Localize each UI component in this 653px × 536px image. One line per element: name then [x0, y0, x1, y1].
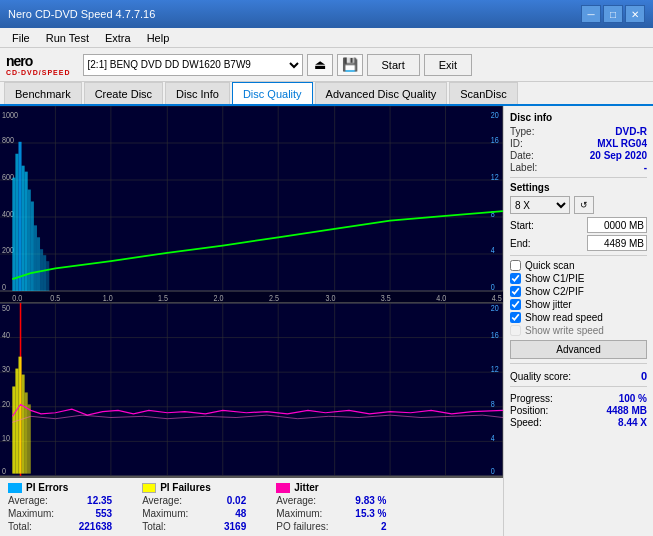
svg-rect-41 — [22, 166, 25, 291]
svg-rect-40 — [18, 142, 21, 291]
menu-file[interactable]: File — [4, 30, 38, 46]
show-read-speed-row: Show read speed — [510, 312, 647, 323]
divider-1 — [510, 177, 647, 178]
pi-errors-color-box — [8, 483, 22, 493]
svg-rect-42 — [25, 172, 28, 291]
svg-rect-81 — [18, 357, 21, 474]
divider-4 — [510, 386, 647, 387]
svg-text:4.5: 4.5 — [492, 293, 502, 303]
svg-text:10: 10 — [2, 434, 11, 444]
speed-row: 8 X ↺ — [510, 196, 647, 214]
show-jitter-checkbox[interactable] — [510, 299, 521, 310]
charts-container: 0 200 400 600 800 1000 0 4 8 12 16 20 0.… — [0, 106, 503, 476]
svg-text:0: 0 — [491, 466, 496, 476]
svg-text:20: 20 — [2, 399, 11, 409]
svg-text:12: 12 — [491, 172, 499, 182]
progress-row: Progress: 100 % — [510, 393, 647, 404]
refresh-button[interactable]: ↺ — [574, 196, 594, 214]
show-jitter-row: Show jitter — [510, 299, 647, 310]
tab-benchmark[interactable]: Benchmark — [4, 82, 82, 104]
legend-area: PI Errors Average: 12.35 Maximum: 553 To… — [0, 476, 503, 536]
svg-text:8: 8 — [491, 399, 495, 409]
start-input[interactable] — [587, 217, 647, 233]
svg-rect-45 — [34, 225, 37, 291]
save-button[interactable]: 💾 — [337, 54, 363, 76]
tab-disc-info[interactable]: Disc Info — [165, 82, 230, 104]
start-button[interactable]: Start — [367, 54, 420, 76]
disc-date-row: Date: 20 Sep 2020 — [510, 150, 647, 161]
svg-text:1000: 1000 — [2, 110, 19, 120]
svg-text:0: 0 — [2, 282, 7, 292]
jitter-color-box — [276, 483, 290, 493]
svg-text:4.0: 4.0 — [436, 293, 447, 303]
quality-score-row: Quality score: 0 — [510, 370, 647, 382]
svg-rect-49 — [46, 261, 49, 291]
svg-text:0.5: 0.5 — [50, 293, 60, 303]
tab-advanced-disc-quality[interactable]: Advanced Disc Quality — [315, 82, 448, 104]
svg-text:0: 0 — [2, 466, 7, 476]
tab-disc-quality[interactable]: Disc Quality — [232, 82, 313, 104]
svg-text:0.0: 0.0 — [12, 293, 23, 303]
svg-text:3.0: 3.0 — [325, 293, 336, 303]
svg-text:16: 16 — [491, 135, 499, 145]
speed-selector[interactable]: 8 X — [510, 196, 570, 214]
settings-title: Settings — [510, 182, 647, 193]
tab-scan-disc[interactable]: ScanDisc — [449, 82, 517, 104]
disc-label-row: Label: - — [510, 162, 647, 173]
drive-selector[interactable]: [2:1] BENQ DVD DD DW1620 B7W9 — [83, 54, 303, 76]
pi-errors-title: PI Errors — [8, 482, 112, 493]
divider-2 — [510, 255, 647, 256]
pi-failures-title: PI Failures — [142, 482, 246, 493]
title-bar: Nero CD-DVD Speed 4.7.7.16 ─ □ ✕ — [0, 0, 653, 28]
window-controls: ─ □ ✕ — [581, 5, 645, 23]
show-c2-checkbox[interactable] — [510, 286, 521, 297]
tab-create-disc[interactable]: Create Disc — [84, 82, 163, 104]
maximize-button[interactable]: □ — [603, 5, 623, 23]
svg-text:4: 4 — [491, 245, 496, 255]
app-title: Nero CD-DVD Speed 4.7.7.16 — [8, 8, 155, 20]
show-c1-checkbox[interactable] — [510, 273, 521, 284]
jitter-legend: Jitter Average: 9.83 % Maximum: 15.3 % P… — [276, 482, 386, 532]
svg-rect-82 — [22, 375, 25, 474]
menu-extra[interactable]: Extra — [97, 30, 139, 46]
svg-text:800: 800 — [2, 135, 15, 145]
quick-scan-checkbox[interactable] — [510, 260, 521, 271]
close-button[interactable]: ✕ — [625, 5, 645, 23]
svg-text:2.5: 2.5 — [269, 293, 279, 303]
disc-type-row: Type: DVD-R — [510, 126, 647, 137]
show-read-speed-checkbox[interactable] — [510, 312, 521, 323]
svg-rect-0 — [0, 106, 503, 291]
show-c1-row: Show C1/PIE — [510, 273, 647, 284]
right-panel: Disc info Type: DVD-R ID: MXL RG04 Date:… — [503, 106, 653, 536]
show-write-speed-checkbox[interactable] — [510, 325, 521, 336]
minimize-button[interactable]: ─ — [581, 5, 601, 23]
advanced-button[interactable]: Advanced — [510, 340, 647, 359]
cd-dvd-speed-logo: CD·DVD/SPEED — [6, 69, 71, 76]
exit-button[interactable]: Exit — [424, 54, 472, 76]
menu-run-test[interactable]: Run Test — [38, 30, 97, 46]
menu-help[interactable]: Help — [139, 30, 178, 46]
disc-id-row: ID: MXL RG04 — [510, 138, 647, 149]
svg-text:1.5: 1.5 — [158, 293, 168, 303]
svg-rect-43 — [28, 190, 31, 291]
end-input[interactable] — [587, 235, 647, 251]
charts-svg: 0 200 400 600 800 1000 0 4 8 12 16 20 0.… — [0, 106, 503, 476]
show-c2-row: Show C2/PIF — [510, 286, 647, 297]
progress-section: Progress: 100 % Position: 4488 MB Speed:… — [510, 393, 647, 428]
svg-text:3.5: 3.5 — [381, 293, 391, 303]
chart-panel: 0 200 400 600 800 1000 0 4 8 12 16 20 0.… — [0, 106, 503, 536]
app-logo: nero CD·DVD/SPEED — [6, 53, 71, 76]
show-write-speed-row: Show write speed — [510, 325, 647, 336]
end-row: End: — [510, 235, 647, 251]
pi-errors-legend: PI Errors Average: 12.35 Maximum: 553 To… — [8, 482, 112, 532]
svg-text:4: 4 — [491, 434, 496, 444]
svg-rect-50 — [0, 303, 503, 476]
eject-button[interactable]: ⏏ — [307, 54, 333, 76]
svg-rect-83 — [25, 392, 28, 473]
svg-text:12: 12 — [491, 365, 499, 375]
svg-rect-48 — [43, 255, 46, 291]
svg-text:20: 20 — [491, 304, 500, 314]
divider-3 — [510, 363, 647, 364]
nero-logo: nero — [6, 53, 71, 69]
svg-text:16: 16 — [491, 330, 499, 340]
